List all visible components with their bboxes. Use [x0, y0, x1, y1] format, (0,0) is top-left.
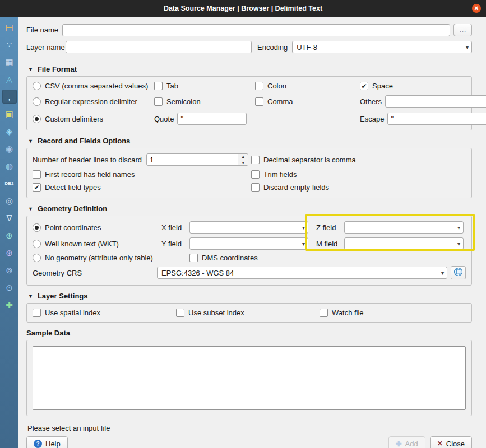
postgresql-icon: ◉ — [6, 144, 13, 153]
file-name-label: File name — [26, 26, 62, 34]
encoding-select[interactable]: UTF-8 ▾ — [292, 41, 472, 53]
file-format-header[interactable]: File Format — [28, 65, 472, 73]
dms-coordinates-checkbox[interactable]: DMS coordinates — [189, 254, 258, 262]
sidebar-item-raster[interactable]: ▦ — [2, 55, 17, 69]
layer-name-input[interactable] — [66, 41, 252, 53]
sidebar-item-db2[interactable]: DB2 — [2, 176, 17, 190]
sidebar-item-mesh[interactable]: ◬ — [2, 72, 17, 86]
point-coordinates-label: Point coordinates — [45, 223, 101, 232]
collapse-arrow-icon — [28, 293, 33, 299]
geometry-header[interactable]: Geometry Definition — [28, 204, 472, 213]
sidebar-item-spatialite[interactable]: ◈ — [2, 124, 17, 138]
sample-data-header: Sample Data — [26, 329, 472, 337]
sidebar-item-mssql[interactable]: ◍ — [2, 159, 17, 173]
chevron-down-icon: ▾ — [302, 241, 305, 247]
no-geometry-radio[interactable]: No geometry (attribute only table) — [33, 254, 161, 262]
custom-delimiters-radio[interactable]: Custom delimiters — [33, 115, 154, 123]
regex-radio-label: Regular expression delimiter — [45, 97, 137, 106]
use-subset-index-checkbox[interactable]: Use subset index — [176, 309, 320, 317]
sidebar-item-virtual-layer[interactable]: ∇ — [2, 211, 17, 225]
wkt-radio-label: Well known text (WKT) — [45, 240, 119, 248]
detect-field-types-checkbox[interactable]: Detect field types — [33, 183, 101, 192]
layer-settings-group: Layer Settings Use spatial index Use sub… — [26, 292, 472, 323]
sidebar-item-arcgis-feature[interactable]: ✚ — [2, 298, 17, 312]
dms-coordinates-label: DMS coordinates — [202, 254, 258, 262]
first-record-checkbox[interactable]: First record has field names — [33, 170, 135, 179]
header-lines-input[interactable] — [147, 154, 238, 165]
wkt-radio[interactable]: Well known text (WKT) — [33, 240, 161, 248]
sidebar-item-vector[interactable]: ∵ — [2, 38, 17, 52]
tab-checkbox[interactable]: Tab — [154, 82, 255, 90]
help-icon: ? — [34, 440, 42, 448]
file-name-input[interactable] — [62, 24, 450, 36]
encoding-value: UTF-8 — [297, 43, 464, 52]
quote-input[interactable] — [177, 113, 247, 125]
use-subset-index-label: Use subset index — [188, 309, 244, 317]
spatialite-icon: ◈ — [6, 127, 13, 136]
csv-radio[interactable]: CSV (comma separated values) — [33, 82, 154, 90]
quote-label: Quote — [154, 115, 174, 123]
x-field-select[interactable]: ▾ — [189, 221, 308, 234]
geometry-crs-select[interactable]: EPSG:4326 - WGS 84 ▾ — [157, 267, 447, 279]
comma-checkbox[interactable]: Comma — [255, 97, 360, 106]
sidebar-item-delimited-text[interactable]: , — [2, 90, 17, 104]
window-close-button[interactable]: ✕ — [472, 4, 481, 13]
select-crs-button[interactable] — [451, 266, 466, 279]
decimal-separator-checkbox[interactable]: Decimal separator is comma — [251, 156, 356, 164]
spin-down-button[interactable]: ▼ — [238, 160, 248, 166]
escape-input[interactable] — [387, 113, 486, 125]
file-format-group: File Format CSV (comma separated values)… — [26, 65, 472, 130]
record-fields-group: Record and Fields Options Number of head… — [26, 137, 472, 198]
sample-data-table[interactable] — [33, 346, 466, 410]
sidebar-item-wms[interactable]: ⊕ — [2, 228, 17, 242]
chevron-down-icon: ▾ — [302, 225, 305, 231]
layer-settings-header[interactable]: Layer Settings — [28, 292, 472, 300]
sidebar-item-wfs[interactable]: ⊚ — [2, 263, 17, 277]
regex-delimiter-radio[interactable]: Regular expression delimiter — [33, 97, 154, 106]
space-checkbox-label: Space — [372, 82, 393, 90]
decimal-separator-label: Decimal separator is comma — [263, 156, 356, 164]
geometry-frame: Point coordinates X field ▾ Z field ▾ We… — [26, 216, 472, 286]
quote-field-row: Quote — [154, 113, 255, 125]
browse-file-button[interactable]: … — [453, 24, 472, 36]
semicolon-checkbox[interactable]: Semicolon — [154, 97, 255, 106]
x-field-label: X field — [161, 223, 186, 232]
colon-checkbox[interactable]: Colon — [255, 82, 360, 90]
sidebar-item-oracle[interactable]: ◎ — [2, 194, 17, 208]
record-fields-title: Record and Fields Options — [38, 137, 130, 145]
others-input[interactable] — [385, 95, 486, 108]
point-coordinates-radio[interactable]: Point coordinates — [33, 223, 161, 232]
chevron-down-icon: ▾ — [466, 44, 469, 50]
z-field-select[interactable]: ▾ — [344, 221, 464, 234]
mssql-icon: ◍ — [6, 162, 13, 170]
record-fields-header[interactable]: Record and Fields Options — [28, 137, 472, 145]
custom-radio-label: Custom delimiters — [45, 115, 103, 123]
record-fields-frame: Number of header lines to discard ▲▼ Dec… — [26, 148, 472, 198]
close-button[interactable]: ✕ Close — [430, 436, 472, 448]
discard-empty-checkbox[interactable]: Discard empty fields — [251, 183, 329, 192]
sidebar-item-arcgis-map[interactable]: ⊙ — [2, 281, 17, 295]
header-lines-spinbox[interactable]: ▲▼ — [146, 153, 248, 166]
collapse-arrow-icon — [28, 206, 33, 212]
header-lines-label: Number of header lines to discard — [33, 156, 142, 164]
use-spatial-index-checkbox[interactable]: Use spatial index — [33, 309, 176, 317]
chevron-down-icon: ▾ — [457, 241, 460, 247]
sidebar-item-browser[interactable]: ▤ — [2, 20, 17, 34]
trim-fields-checkbox[interactable]: Trim fields — [251, 170, 297, 179]
space-checkbox[interactable]: Space — [360, 82, 486, 90]
z-field-label: Z field — [316, 223, 341, 232]
m-field-select[interactable]: ▾ — [344, 237, 464, 250]
add-button[interactable]: ✚ Add — [388, 436, 425, 448]
detect-field-types-label: Detect field types — [45, 183, 101, 192]
watch-file-label: Watch file — [332, 309, 364, 317]
sidebar-item-geopackage[interactable]: ▣ — [2, 107, 17, 121]
raster-icon: ▦ — [5, 58, 13, 66]
watch-file-checkbox[interactable]: Watch file — [320, 309, 463, 317]
spin-up-button[interactable]: ▲ — [238, 154, 248, 160]
help-button[interactable]: ? Help — [26, 436, 68, 448]
mesh-icon: ◬ — [6, 75, 13, 83]
y-field-select[interactable]: ▾ — [189, 237, 308, 250]
trim-fields-label: Trim fields — [263, 170, 297, 179]
sidebar-item-postgresql[interactable]: ◉ — [2, 142, 17, 156]
sidebar-item-wcs[interactable]: ⊛ — [2, 246, 17, 260]
